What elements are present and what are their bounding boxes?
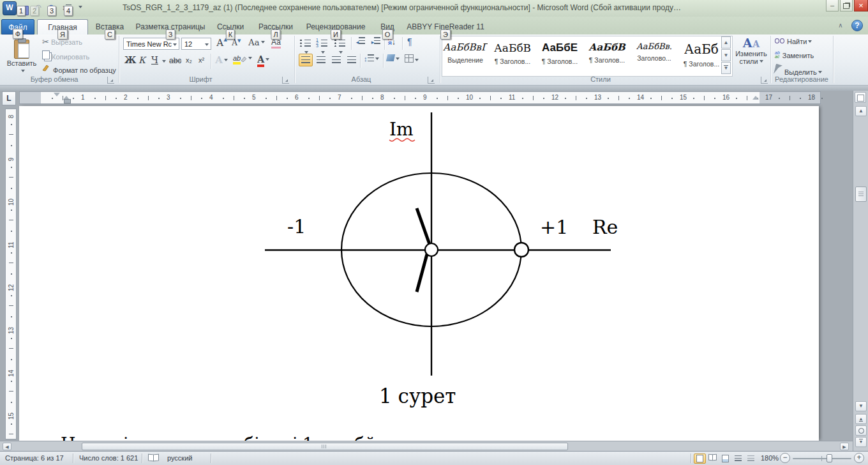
right-indent-marker[interactable]	[752, 93, 759, 100]
style-item-3[interactable]: АаБбЕ¶ Заголов...	[537, 36, 582, 73]
styles-gallery-more-button[interactable]: ▼	[721, 62, 731, 74]
text-effects-button[interactable]: А	[215, 54, 228, 66]
strikethrough-button[interactable]: abc	[169, 56, 181, 65]
zoom-level[interactable]: 180%	[761, 454, 779, 462]
shrink-font-button[interactable]: А▼	[232, 38, 241, 47]
tab-page-layout[interactable]: Разметка страницыЗ	[131, 19, 209, 34]
font-size-combo[interactable]: 12	[181, 38, 211, 50]
scroll-down-button[interactable]: ▼	[855, 401, 867, 411]
tab-file[interactable]: ФайлФ	[1, 19, 34, 34]
font-color-button[interactable]: А	[257, 54, 269, 65]
highlight-button[interactable]: ab	[233, 54, 252, 62]
help-button[interactable]: ?	[851, 20, 863, 31]
tab-stop-selector[interactable]: L	[2, 91, 16, 105]
zoom-out-button[interactable]: −	[780, 453, 790, 463]
view-fullscreen-reading-button[interactable]	[707, 454, 719, 464]
replace-button[interactable]: abacЗаменить	[775, 51, 814, 59]
draft-view-icon	[747, 455, 754, 461]
subscript-button[interactable]: x₂	[186, 56, 192, 64]
word-count[interactable]: Число слов: 1 621	[79, 454, 138, 462]
language-indicator[interactable]: русский	[167, 454, 192, 462]
styles-gallery-up-button[interactable]: ▲	[721, 36, 731, 49]
select-browse-object-button[interactable]	[855, 425, 867, 436]
scroll-up-button[interactable]: ▲	[855, 106, 867, 116]
ruler-toggle-button[interactable]	[855, 92, 866, 103]
numbering-button[interactable]: 123	[315, 37, 329, 50]
ruler-tick	[105, 96, 106, 100]
v-ruler[interactable]: 89101112131415	[5, 109, 17, 439]
paste-button[interactable]: Вставить	[4, 36, 40, 75]
clipboard-dialog-launcher[interactable]	[107, 77, 114, 84]
superscript-button[interactable]: x²	[198, 56, 204, 64]
align-center-button[interactable]	[314, 54, 328, 66]
minimize-ribbon-button[interactable]: ∧	[834, 20, 848, 31]
horizontal-scrollbar[interactable]: ◀ ▶	[0, 441, 853, 451]
restore-button[interactable]	[840, 0, 853, 11]
ruler-tick	[533, 96, 534, 100]
pilcrow-button[interactable]: ¶	[407, 36, 412, 47]
tab-references[interactable]: СсылкиК	[211, 19, 250, 34]
style-item-6[interactable]: АаБб¶ Заголов...	[679, 36, 724, 73]
zoom-in-button[interactable]: +	[854, 453, 864, 463]
justify-button[interactable]	[345, 54, 359, 66]
view-print-layout-button[interactable]	[694, 454, 706, 464]
vertical-scrollbar-thumb[interactable]	[855, 187, 867, 202]
line-spacing-button-ribbon[interactable]: ↕	[364, 54, 379, 63]
bold-button[interactable]: Ж	[124, 55, 136, 65]
style-item-4[interactable]: АаБбВ¶ Заголов...	[585, 36, 629, 73]
change-case-button[interactable]: Аа	[248, 38, 265, 47]
close-button[interactable]: ×	[854, 0, 868, 11]
underline-button[interactable]: Ч	[151, 55, 158, 65]
find-button[interactable]: Найти	[775, 38, 812, 45]
vertical-scrollbar[interactable]: ▲ ▼ ▲ ▼	[853, 91, 868, 451]
underline-dropdown-icon[interactable]	[162, 60, 166, 65]
style-item-5[interactable]: АаБбВв.Заголово...	[632, 36, 677, 73]
left-indent-marker[interactable]	[64, 99, 71, 103]
bullets-button[interactable]	[299, 37, 313, 50]
italic-button[interactable]: К	[138, 55, 146, 65]
previous-page-button[interactable]: ▲	[855, 414, 867, 424]
view-outline-button[interactable]	[732, 454, 744, 464]
borders-grid-icon	[405, 54, 414, 63]
qat-customize-button[interactable]	[75, 2, 84, 13]
justify-icon	[347, 56, 356, 63]
next-page-button[interactable]: ▼	[855, 437, 867, 447]
spellcheck-status[interactable]: ×	[148, 454, 159, 462]
copy-button[interactable]: Копировать	[42, 50, 89, 61]
minimize-button[interactable]: –	[826, 0, 839, 11]
document-page[interactable]: Im -1 +1 Re 1 сурет Нібіі1бй	[19, 106, 819, 441]
tab-abbyy[interactable]: ABBYY FineReader 11Э	[405, 19, 486, 34]
horizontal-scrollbar-thumb[interactable]	[82, 443, 568, 450]
tab-view[interactable]: ВидО	[371, 19, 403, 34]
font-dialog-launcher[interactable]	[282, 77, 289, 84]
borders-button[interactable]	[405, 54, 419, 64]
increase-indent-button[interactable]: ▸	[369, 37, 383, 50]
change-styles-button[interactable]: АА Изменить стили	[734, 36, 768, 75]
page-indicator[interactable]: Страница: 6 из 17	[5, 454, 64, 462]
shading-button[interactable]	[387, 54, 400, 63]
ruler-tick	[11, 423, 12, 425]
styles-gallery-down-button[interactable]: ▼	[721, 49, 731, 61]
keytip-page-layout: З	[166, 29, 176, 40]
tab-insert[interactable]: ВставкаС	[89, 19, 130, 34]
tab-mailings[interactable]: РассылкиЛ	[251, 19, 300, 34]
paragraph-dialog-launcher[interactable]	[428, 77, 435, 84]
zoom-slider-thumb[interactable]	[827, 454, 832, 462]
scroll-left-button[interactable]: ◀	[3, 443, 11, 450]
style-item-1[interactable]: АаБбВвГВыделение	[443, 36, 488, 73]
zoom-slider-track[interactable]	[793, 458, 851, 459]
view-draft-button[interactable]	[745, 454, 757, 464]
h-ruler[interactable]: 123456789101112131415161718	[19, 91, 821, 104]
scroll-right-button[interactable]: ▶	[840, 443, 849, 450]
view-web-layout-button[interactable]	[719, 454, 731, 464]
tab-review[interactable]: РецензированиеИ	[301, 19, 370, 34]
first-line-indent-marker[interactable]	[54, 93, 60, 100]
style-item-2[interactable]: АаБбВ¶ Заголов...	[490, 36, 535, 73]
align-left-button[interactable]	[299, 54, 313, 66]
select-button[interactable]: Выделить	[775, 65, 822, 76]
styles-dialog-launcher[interactable]	[761, 77, 768, 84]
align-right-button[interactable]	[329, 54, 343, 66]
decrease-indent-button[interactable]: ◂	[354, 37, 368, 50]
format-painter-button[interactable]: Формат по образцу	[42, 64, 116, 74]
tab-home[interactable]: ГлавнаяЯ	[37, 19, 88, 34]
